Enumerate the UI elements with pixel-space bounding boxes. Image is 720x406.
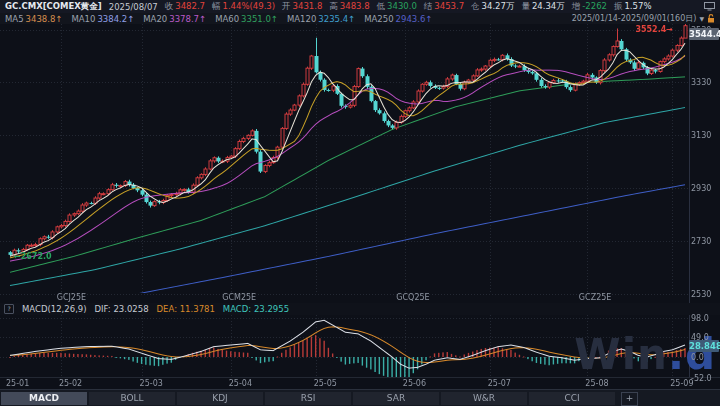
field-value: 3482.7 [175, 1, 205, 11]
x-axis-date-label: 25-04 [229, 379, 252, 388]
field-value: 3430.0 [387, 1, 417, 11]
ma-legend-ma250: MA2502943.6↑ [364, 14, 432, 24]
watermark-text-gray: Win [574, 330, 668, 379]
y-axis-tick: 3130 [691, 131, 711, 140]
y-axis-tick: 2730 [691, 237, 711, 246]
contract-roll-label: GCJ25E [57, 293, 86, 302]
indicator-tab-bar: MACDBOLLKDJRSISARW&RCCI+ [0, 389, 720, 406]
field-label: 收 [165, 1, 174, 11]
ma-label: MA20 [143, 14, 167, 24]
contract-roll-label: GCQ25E [396, 293, 429, 302]
field-value: -2262 [582, 1, 607, 11]
field-value: 34.27万 [482, 1, 515, 11]
macd-value-tag: 28.8486 [689, 340, 719, 352]
ma-legend-ma5: MA53438.8↑ [5, 14, 62, 24]
quote-field-低: 低3430.0 [377, 1, 417, 13]
x-axis-date-label: 25-03 [140, 379, 163, 388]
macd-header-item-1: DIF: 23.0258 [95, 304, 149, 314]
macd-indicator-header: ? MACD(12,26,9)DIF: 23.0258DEA: 11.3781M… [0, 303, 720, 315]
ma-label: MA60 [215, 14, 239, 24]
y-axis-tick: 2530 [691, 290, 711, 299]
tab-wr[interactable]: W&R [441, 392, 527, 405]
tab-sar[interactable]: SAR [353, 392, 439, 405]
wind-kline-window: GC.CMX[COMEX黄金] 2025/08/07 收3482.7幅1.44%… [0, 0, 720, 406]
tab-rsi[interactable]: RSI [265, 392, 351, 405]
monitor-icon[interactable] [704, 2, 715, 11]
ma-value: 2943.6↑ [396, 14, 433, 24]
macd-header-item-0: MACD(12,26,9) [22, 304, 87, 314]
macd-values: MACD(12,26,9)DIF: 23.0258DEA: 11.3781MAC… [22, 304, 289, 314]
period-low-annotation: ←2672.0 [14, 252, 52, 261]
field-label: 增 [572, 1, 581, 11]
tab-boll[interactable]: BOLL [89, 392, 175, 405]
quote-field-幅: 幅1.44%(49.3) [212, 1, 275, 13]
contract-roll-label: GCZ25E [579, 293, 612, 302]
y-axis-tick: 2930 [691, 184, 711, 193]
lock-icon[interactable] [707, 14, 715, 23]
quote-field-高: 高3483.8 [329, 1, 369, 13]
field-value: 3431.8 [293, 1, 323, 11]
field-label: 低 [377, 1, 386, 11]
period-range-label[interactable]: 2025/01/14-2025/09/01(160日) [572, 13, 697, 24]
quote-field-仓: 仓34.27万 [471, 1, 514, 13]
field-value: 1.44%(49.3) [223, 1, 276, 11]
quote-fields: 收3482.7幅1.44%(49.3)开3431.8高3483.8低3430.0… [165, 1, 652, 13]
x-axis-date-label: 25-06 [403, 379, 426, 388]
ma-label: MA5 [5, 14, 24, 24]
ma-value: 3438.8↑ [26, 14, 63, 24]
tab-kdj[interactable]: KDJ [177, 392, 263, 405]
ma-legend-ma20: MA203378.7↑ [143, 14, 206, 24]
field-label: 高 [329, 1, 338, 11]
field-label: 振 [614, 1, 623, 11]
macd-header-item-2: DEA: 11.3781 [157, 304, 215, 314]
ma-legend-ma60: MA603351.0↑ [215, 14, 278, 24]
add-indicator-button[interactable]: + [621, 392, 638, 406]
quote-field-增: 增-2262 [572, 1, 607, 13]
ma-value: 3351.0↑ [241, 14, 278, 24]
macd-header-item-3: MACD: 23.2955 [223, 304, 289, 314]
field-label: 量 [521, 1, 530, 11]
ma-label: MA120 [287, 14, 316, 24]
field-label: 幅 [212, 1, 221, 11]
quote-field-量: 量24.34万 [521, 1, 564, 13]
quote-field-结: 结3453.7 [424, 1, 464, 13]
period-high-annotation: 3552.4→ [613, 25, 673, 34]
field-value: 24.34万 [532, 1, 565, 11]
contract-roll-label: GCM25E [222, 293, 256, 302]
quote-field-开: 开3431.8 [282, 1, 322, 13]
ma-label: MA10 [71, 14, 95, 24]
quote-field-收: 收3482.7 [165, 1, 205, 13]
field-label: 仓 [471, 1, 480, 11]
ma-value: 3378.7↑ [169, 14, 206, 24]
x-axis-date-label: 25-05 [314, 379, 337, 388]
quote-header: GC.CMX[COMEX黄金] 2025/08/07 收3482.7幅1.44%… [0, 0, 720, 13]
main-chart-canvas[interactable] [0, 24, 720, 304]
tab-macd[interactable]: MACD [1, 392, 87, 405]
macd-axis-tick: 0.0 [691, 353, 704, 362]
help-icon[interactable]: ? [4, 304, 14, 314]
x-axis-date-label: 25-01 [6, 379, 29, 388]
tab-cci[interactable]: CCI [529, 392, 615, 405]
field-value: 3483.8 [340, 1, 370, 11]
ma-legend-ma10: MA103384.2↑ [71, 14, 134, 24]
quote-field-振: 振1.57% [614, 1, 652, 13]
last-price-tag: 3544.4 [689, 28, 719, 40]
ma-legend-bar: MA53438.8↑MA103384.2↑MA203378.7↑MA603351… [0, 13, 720, 24]
field-value: 3453.7 [434, 1, 464, 11]
ma-value: 3235.4↑ [318, 14, 355, 24]
x-axis-date-label: 25-07 [488, 379, 511, 388]
macd-axis-tick: 98.0 [691, 314, 709, 323]
quote-date: 2025/08/07 [109, 2, 158, 12]
x-axis-date-label: 25-02 [59, 379, 82, 388]
ma-legend-items: MA53438.8↑MA103384.2↑MA203378.7↑MA603351… [5, 14, 432, 24]
y-axis-tick: 3330 [691, 78, 711, 87]
ma-value: 3384.2↑ [97, 14, 134, 24]
chevron-down-icon[interactable]: ▼ [699, 15, 704, 22]
x-axis-date-label: 25-08 [585, 379, 608, 388]
x-axis-date-label: 25-09 [670, 379, 693, 388]
ma-legend-ma120: MA1203235.4↑ [287, 14, 355, 24]
macd-axis-tick: -52.0 [691, 374, 712, 383]
field-label: 开 [282, 1, 291, 11]
field-value: 1.57% [624, 1, 651, 11]
field-label: 结 [424, 1, 433, 11]
